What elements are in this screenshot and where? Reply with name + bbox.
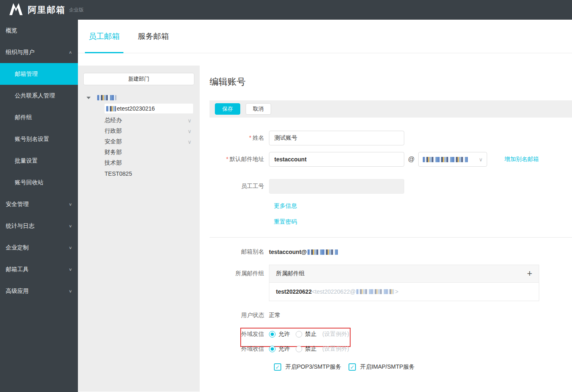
sidebar-item-mail-tools[interactable]: 邮箱工具 ∨ [0,258,78,280]
sidebar-item-mailbox-management[interactable]: 邮箱管理 [0,63,78,85]
sidebar-item-mail-groups[interactable]: 邮件组 [0,106,78,128]
tree-item-dept[interactable]: 技术部 [105,158,193,168]
more-info-link[interactable]: 更多信息 [274,202,297,209]
plus-icon[interactable]: + [527,269,532,278]
sidebar-item-batch-settings[interactable]: 批量设置 [0,150,78,172]
alias-value: testaccount@ [269,249,307,255]
set-exception-link[interactable]: (设置例外) [322,345,349,353]
form-toolbar: 保存 取消 [210,100,572,118]
alias-label: 邮箱别名 [210,248,269,256]
chevron-down-icon: ∨ [479,156,483,163]
tree-root-node[interactable] [83,95,194,100]
deny-label: 禁止 [305,345,317,353]
alimail-logo-icon [8,2,24,18]
redacted-domain [423,157,468,162]
outbound-label: 外域发信 [210,331,269,338]
chevron-down-icon: ∨ [68,267,72,272]
tab-bar: 员工邮箱 服务邮箱 [78,20,572,53]
content-area: 员工邮箱 服务邮箱 新建部门 etest20230216 总经办 ∨ 行政部 ∨ [78,20,572,392]
chevron-down-icon[interactable]: ∨ [187,139,193,145]
sidebar-item-security[interactable]: 安全管理 ∨ [0,193,78,215]
employee-id-label: 员工工号 [210,183,269,190]
imap-checkbox[interactable]: ✓ [349,363,356,371]
sidebar-item-stats-logs[interactable]: 统计与日志 ∨ [0,215,78,237]
chevron-down-icon: ∨ [68,224,72,228]
employee-id-input[interactable] [269,179,404,194]
deny-label: 禁止 [305,331,317,338]
allow-label: 允许 [278,345,290,353]
tree-item-dept[interactable]: TEST0825 [105,168,193,179]
chevron-down-icon: ∨ [68,202,72,206]
tab-employee-mailbox[interactable]: 员工邮箱 [85,20,123,53]
department-tree-panel: 新建部门 etest20230216 总经办 ∨ 行政部 ∨ 安全部 ∨ [78,66,200,392]
name-input[interactable] [269,131,404,145]
group-name: test20220622 [276,288,312,295]
page-title: 编辑账号 [210,76,572,88]
sidebar-item-account-alias[interactable]: 账号别名设置 [0,128,78,150]
outbound-deny-radio[interactable] [296,331,302,338]
pop3-checkbox[interactable]: ✓ [274,363,281,371]
chevron-down-icon[interactable]: ∨ [187,128,193,134]
mail-group-row[interactable]: test20220622 <test20220622@ > [269,283,539,301]
sidebar-item-overview[interactable]: 概览 [0,20,78,41]
section-divider [210,237,572,238]
sidebar-item-org-users[interactable]: 组织与用户 ∧ [0,41,78,63]
redacted-name-prefix [106,106,116,111]
domain-select[interactable]: ∨ [418,152,487,167]
redacted-domain [308,249,338,255]
chevron-down-icon[interactable]: ∨ [187,118,193,124]
set-exception-link[interactable]: (设置例外) [322,331,349,338]
chevron-down-icon: ∨ [68,245,72,250]
inbound-allow-radio[interactable] [269,346,276,352]
inbound-deny-radio[interactable] [296,346,302,352]
email-local-part-input[interactable] [269,152,404,167]
caret-down-icon [87,97,91,99]
sidebar-item-advanced-apps[interactable]: 高级应用 ∨ [0,280,78,302]
mail-groups-box: 所属邮件组 + test20220622 <test20220622@ > [269,265,539,301]
sidebar-item-enterprise-custom[interactable]: 企业定制 ∨ [0,237,78,258]
required-asterisk: * [249,134,251,141]
email-label: 默认邮件地址 [230,156,264,162]
status-label: 用户状态 [210,312,269,319]
tree-item-dept[interactable]: 财务部 [105,147,193,158]
group-address-suffix: > [395,288,398,295]
sidebar-nav: 概览 组织与用户 ∧ 邮箱管理 公共联系人管理 邮件组 账号别名设置 批量设置 … [0,20,78,392]
tab-service-mailbox[interactable]: 服务邮箱 [134,20,173,53]
imap-checkbox-label: 开启IMAP/SMTP服务 [360,363,415,371]
redacted-root-name [97,95,116,100]
new-department-button[interactable]: 新建部门 [83,73,194,85]
outbound-allow-radio[interactable] [269,331,276,338]
chevron-down-icon: ∨ [68,289,72,293]
name-label: 姓名 [253,134,264,141]
required-asterisk: * [226,156,228,162]
edit-account-panel: 编辑账号 保存 取消 *姓名 *默认邮件地址 @ ∨ [200,53,572,392]
pop3-checkbox-label: 开启POP3/SMTP服务 [285,363,341,371]
cancel-button[interactable]: 取消 [246,103,271,115]
tree-item-dept[interactable]: 安全部 ∨ [105,136,193,147]
add-alias-link[interactable]: 增加别名邮箱 [504,156,539,163]
top-bar: 阿里邮箱 企业版 [0,0,572,20]
status-value: 正常 [269,312,280,319]
brand-title: 阿里邮箱 [28,4,66,16]
tree-item-dept[interactable]: 行政部 ∨ [105,126,193,136]
reset-password-link[interactable]: 重置密码 [274,218,297,225]
allow-label: 允许 [278,331,290,338]
inbound-label: 外域收信 [210,345,269,353]
brand-edition-label: 企业版 [69,7,84,14]
at-sign: @ [408,156,415,163]
group-address-prefix: <test20220622@ [312,288,356,295]
tree-item-dept[interactable]: 总经办 ∨ [105,115,193,126]
tree-item-selected[interactable]: etest20230216 [105,104,193,113]
sidebar-item-account-recycle[interactable]: 账号回收站 [0,172,78,193]
save-button[interactable]: 保存 [215,103,240,115]
groups-header: 所属邮件组 [276,270,305,277]
redacted-domain [356,289,394,294]
groups-label: 所属邮件组 [210,265,269,277]
sidebar-item-public-contacts[interactable]: 公共联系人管理 [0,85,78,106]
chevron-up-icon: ∧ [68,50,72,54]
